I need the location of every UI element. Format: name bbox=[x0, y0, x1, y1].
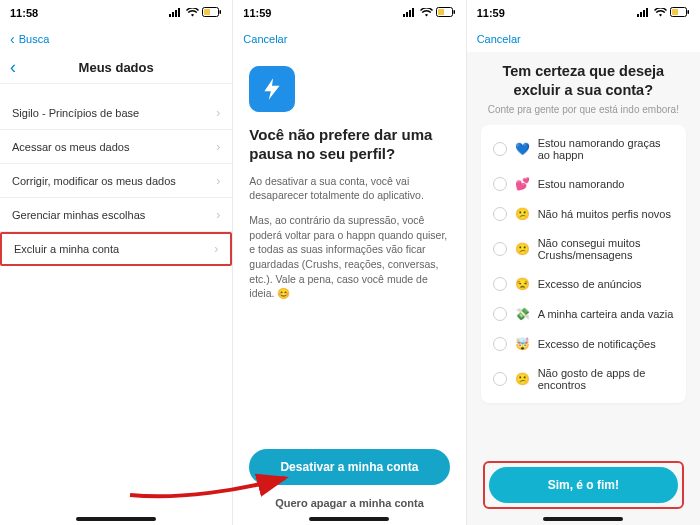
svg-rect-8 bbox=[406, 12, 408, 17]
emoji-icon: 💸 bbox=[515, 307, 530, 321]
svg-rect-3 bbox=[178, 8, 180, 17]
home-indicator bbox=[76, 517, 156, 521]
chevron-right-icon: › bbox=[216, 140, 220, 154]
delete-account-link[interactable]: Quero apagar a minha conta bbox=[249, 497, 449, 509]
chevron-right-icon: › bbox=[216, 208, 220, 222]
emoji-icon: 😕 bbox=[515, 242, 530, 256]
status-time: 11:59 bbox=[477, 7, 505, 19]
radio-icon bbox=[493, 242, 507, 256]
radio-icon bbox=[493, 177, 507, 191]
svg-rect-6 bbox=[220, 10, 222, 14]
reason-option[interactable]: 😕Não consegui muitos Crushs/mensagens bbox=[481, 229, 686, 269]
happn-app-icon bbox=[249, 66, 295, 112]
emoji-icon: 😒 bbox=[515, 277, 530, 291]
nav-back-label: Busca bbox=[19, 33, 50, 45]
reason-label: Excesso de notificações bbox=[538, 338, 656, 350]
status-time: 11:59 bbox=[243, 7, 271, 19]
status-icons bbox=[403, 7, 456, 19]
screen3-title: Tem certeza que deseja excluir a sua con… bbox=[481, 62, 686, 100]
reason-label: Não gosto de apps de encontros bbox=[538, 367, 674, 391]
reason-option[interactable]: 😒Excesso de anúncios bbox=[481, 269, 686, 299]
settings-list: Sigilo - Princípios de base › Acessar os… bbox=[0, 96, 232, 266]
row-gerenciar-escolhas[interactable]: Gerenciar minhas escolhas › bbox=[0, 198, 232, 232]
screen2-paragraph-2: Mas, ao contrário da supressão, você pod… bbox=[249, 213, 449, 301]
svg-rect-17 bbox=[646, 8, 648, 17]
wifi-icon bbox=[186, 7, 199, 19]
radio-icon bbox=[493, 142, 507, 156]
row-excluir-conta[interactable]: Excluir a minha conta › bbox=[0, 232, 232, 266]
signal-icon bbox=[637, 7, 651, 19]
row-acessar-dados[interactable]: Acessar os meus dados › bbox=[0, 130, 232, 164]
row-corrigir-dados[interactable]: Corrigir, modificar os meus dados › bbox=[0, 164, 232, 198]
emoji-icon: 💙 bbox=[515, 142, 530, 156]
radio-icon bbox=[493, 277, 507, 291]
back-button[interactable]: ‹ bbox=[10, 57, 16, 78]
reason-option[interactable]: 💕Estou namorando bbox=[481, 169, 686, 199]
header-bar: ‹ Meus dados bbox=[0, 52, 232, 84]
battery-icon bbox=[202, 7, 222, 19]
emoji-icon: 🤯 bbox=[515, 337, 530, 351]
reason-option[interactable]: 😕Não gosto de apps de encontros bbox=[481, 359, 686, 399]
status-bar: 11:59 bbox=[233, 0, 465, 26]
battery-icon bbox=[670, 7, 690, 19]
cancel-button[interactable]: Cancelar bbox=[243, 33, 287, 45]
radio-icon bbox=[493, 337, 507, 351]
status-icons bbox=[637, 7, 690, 19]
confirm-delete-button[interactable]: Sim, é o fim! bbox=[489, 467, 678, 503]
screen2-paragraph-1: Ao desativar a sua conta, você vai desap… bbox=[249, 174, 449, 203]
reason-label: Estou namorando bbox=[538, 178, 625, 190]
status-bar: 11:59 bbox=[467, 0, 700, 26]
chevron-right-icon: › bbox=[216, 106, 220, 120]
signal-icon bbox=[403, 7, 417, 19]
radio-icon bbox=[493, 372, 507, 386]
svg-rect-20 bbox=[687, 10, 689, 14]
row-label: Acessar os meus dados bbox=[12, 141, 129, 153]
svg-rect-19 bbox=[672, 9, 678, 15]
svg-rect-2 bbox=[175, 10, 177, 17]
row-label: Corrigir, modificar os meus dados bbox=[12, 175, 176, 187]
status-bar: 11:58 bbox=[0, 0, 232, 26]
reason-label: A minha carteira anda vazia bbox=[538, 308, 674, 320]
screen-confirm-delete: 11:59 Cancelar Tem certeza que deseja ex… bbox=[467, 0, 700, 525]
nav-back-row[interactable]: ‹ Busca bbox=[0, 26, 232, 52]
reason-option[interactable]: 🤯Excesso de notificações bbox=[481, 329, 686, 359]
reasons-list: 💙Estou namorando graças ao happn 💕Estou … bbox=[481, 125, 686, 403]
screen-pausa-perfil: 11:59 Cancelar Você não prefere dar uma … bbox=[233, 0, 466, 525]
chevron-right-icon: › bbox=[216, 174, 220, 188]
screen-meus-dados: 11:58 ‹ Busca ‹ Meus dados Si bbox=[0, 0, 233, 525]
svg-rect-12 bbox=[438, 9, 444, 15]
status-time: 11:58 bbox=[10, 7, 38, 19]
radio-icon bbox=[493, 207, 507, 221]
emoji-icon: 💕 bbox=[515, 177, 530, 191]
svg-rect-14 bbox=[637, 14, 639, 17]
svg-rect-1 bbox=[172, 12, 174, 17]
radio-icon bbox=[493, 307, 507, 321]
row-label: Excluir a minha conta bbox=[14, 243, 119, 255]
highlighted-confirm-wrapper: Sim, é o fim! bbox=[483, 461, 684, 509]
emoji-icon: 😕 bbox=[515, 207, 530, 221]
svg-rect-10 bbox=[412, 8, 414, 17]
reason-label: Estou namorando graças ao happn bbox=[538, 137, 674, 161]
svg-rect-7 bbox=[403, 14, 405, 17]
status-icons bbox=[169, 7, 222, 19]
reason-option[interactable]: 💸A minha carteira anda vazia bbox=[481, 299, 686, 329]
reason-label: Excesso de anúncios bbox=[538, 278, 642, 290]
reason-option[interactable]: 💙Estou namorando graças ao happn bbox=[481, 129, 686, 169]
chevron-right-icon: › bbox=[214, 242, 218, 256]
emoji-icon: 😕 bbox=[515, 372, 530, 386]
reason-option[interactable]: 😕Não há muitos perfis novos bbox=[481, 199, 686, 229]
deactivate-account-button[interactable]: Desativar a minha conta bbox=[249, 449, 449, 485]
row-sigilo[interactable]: Sigilo - Princípios de base › bbox=[0, 96, 232, 130]
svg-rect-16 bbox=[643, 10, 645, 17]
row-label: Sigilo - Princípios de base bbox=[12, 107, 139, 119]
home-indicator bbox=[309, 517, 389, 521]
cancel-button[interactable]: Cancelar bbox=[477, 33, 521, 45]
screen3-subtitle: Conte pra gente por que está indo embora… bbox=[481, 104, 686, 115]
svg-rect-15 bbox=[640, 12, 642, 17]
wifi-icon bbox=[420, 7, 433, 19]
battery-icon bbox=[436, 7, 456, 19]
reason-label: Não há muitos perfis novos bbox=[538, 208, 671, 220]
nav-cancel-row: Cancelar bbox=[233, 26, 465, 52]
signal-icon bbox=[169, 7, 183, 19]
home-indicator bbox=[543, 517, 623, 521]
